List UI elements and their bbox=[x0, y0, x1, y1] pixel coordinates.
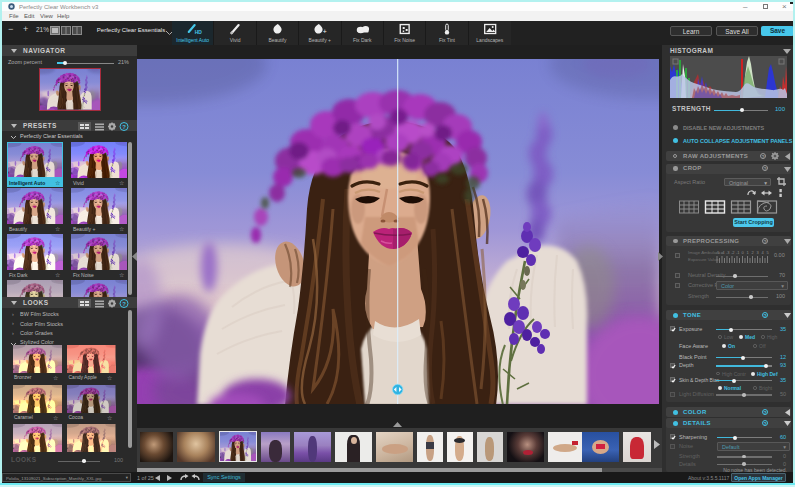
svg-text:3: 3 bbox=[757, 250, 760, 255]
svg-text:?: ? bbox=[122, 124, 126, 130]
svg-text:1: 1 bbox=[747, 250, 750, 255]
svg-text:?: ? bbox=[122, 301, 126, 307]
svg-text:-2: -2 bbox=[731, 250, 735, 255]
svg-text:5: 5 bbox=[767, 250, 770, 255]
svg-text:2: 2 bbox=[752, 250, 755, 255]
svg-text:-4: -4 bbox=[721, 250, 725, 255]
svg-text:0: 0 bbox=[742, 250, 745, 255]
svg-text:-3: -3 bbox=[726, 250, 730, 255]
svg-text:-5: -5 bbox=[716, 250, 720, 255]
svg-text:-1: -1 bbox=[736, 250, 740, 255]
svg-text:HD: HD bbox=[195, 30, 203, 35]
svg-text:4: 4 bbox=[762, 250, 765, 255]
svg-text:+: + bbox=[323, 28, 327, 35]
